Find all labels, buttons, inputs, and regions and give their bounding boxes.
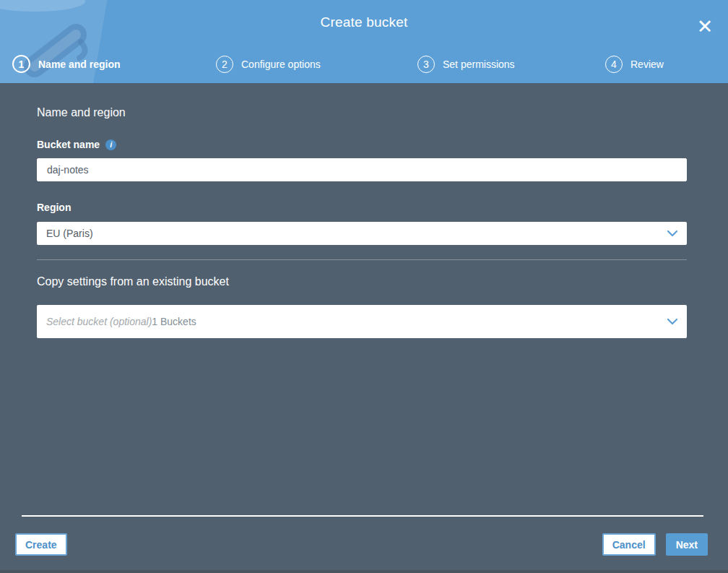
create-bucket-modal: Create bucket ✕ 1 Name and region 2 Conf… [0, 0, 728, 573]
next-button[interactable]: Next [666, 533, 708, 556]
region-label: Region [37, 202, 687, 213]
create-button[interactable]: Create [15, 533, 67, 556]
footer-right-buttons: Cancel Next [602, 533, 708, 556]
footer-divider [22, 515, 703, 517]
step-configure-options[interactable]: 2 Configure options [216, 45, 321, 83]
close-icon[interactable]: ✕ [694, 16, 716, 38]
bucket-count-text: 1 Buckets [152, 316, 196, 327]
region-select-value: EU (Paris) [46, 228, 93, 239]
bottom-strip [0, 570, 728, 573]
bucket-name-label: Bucket name i [37, 139, 687, 150]
wizard-steps: 1 Name and region 2 Configure options 3 … [0, 45, 728, 83]
step-number-badge: 3 [417, 56, 435, 73]
bucket-select-placeholder: Select bucket (optional) [46, 316, 152, 327]
step-number-badge: 1 [12, 55, 30, 73]
step-number-badge: 2 [216, 56, 233, 73]
form-content: Name and region Bucket name i Region EU … [0, 83, 728, 338]
modal-title: Create bucket [0, 0, 728, 45]
chevron-down-icon [667, 318, 678, 325]
step-label: Set permissions [443, 59, 515, 70]
region-label-text: Region [37, 202, 71, 213]
copy-settings-heading: Copy settings from an existing bucket [37, 275, 687, 288]
section-divider [37, 259, 687, 260]
region-select[interactable]: EU (Paris) [37, 222, 687, 245]
step-number-badge: 4 [605, 56, 623, 73]
step-label: Review [630, 59, 664, 70]
step-label: Configure options [241, 59, 321, 70]
bucket-name-label-text: Bucket name [37, 139, 100, 150]
info-icon[interactable]: i [105, 139, 116, 150]
section-heading: Name and region [37, 106, 687, 119]
cancel-button[interactable]: Cancel [602, 533, 656, 556]
chevron-down-icon [667, 230, 678, 237]
bucket-select[interactable]: Select bucket (optional)1 Buckets [37, 305, 687, 338]
step-review[interactable]: 4 Review [605, 45, 664, 83]
bucket-name-input[interactable] [37, 158, 687, 181]
step-set-permissions[interactable]: 3 Set permissions [417, 45, 515, 83]
step-name-and-region[interactable]: 1 Name and region [12, 45, 121, 83]
step-label: Name and region [38, 59, 121, 70]
